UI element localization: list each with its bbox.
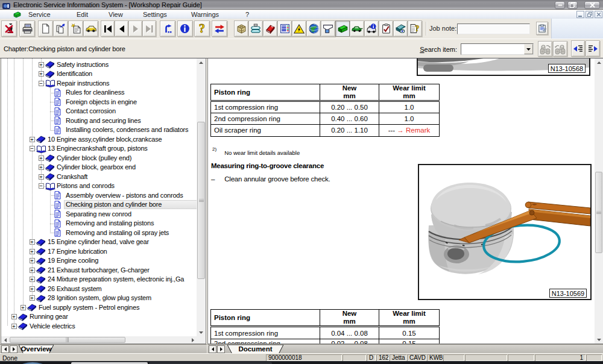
tree-item[interactable]: Separating new conrod [65,209,133,219]
tree-vertical-scrollbar[interactable] [197,58,206,336]
tree-item[interactable]: 21 Exhaust turbocharger, G-charger [46,265,151,275]
scroll-down-icon[interactable] [595,336,603,344]
maximize-button[interactable] [567,1,578,9]
tab-scroll-right-button[interactable] [10,345,17,353]
menu-item-settings[interactable]: Settings [143,10,167,19]
tree-item-label[interactable]: Cylinder block, gearbox end [55,163,137,171]
tree-item[interactable]: Assembly overview - pistons and conrods [65,190,185,200]
tree-collapse-button[interactable]: − [30,146,35,151]
nav-previous-button[interactable] [115,20,128,37]
print-button[interactable] [19,20,35,37]
tree-item-label[interactable]: 19 Engine cooling [46,257,99,265]
tree-item[interactable]: Contact corrosion [65,107,117,116]
scroll-up-icon[interactable] [595,58,603,66]
green-car-button[interactable] [350,20,364,37]
tree-item[interactable]: 26 Exhaust system [46,284,103,293]
tree-item-label[interactable]: 24 Mixture preparation system, electroni… [46,275,185,283]
tree-item-label[interactable]: Cylinder block (pulley end) [55,154,133,162]
scroll-down-icon[interactable] [197,328,206,336]
tree-scrollbar-thumb[interactable] [197,122,205,279]
combo-dropdown-button[interactable] [524,44,533,54]
tree-expand-button[interactable]: + [11,314,17,319]
tab-document[interactable]: Document [227,345,283,354]
scroll-up-icon[interactable] [197,58,206,66]
tree-item[interactable]: Rules for cleanliness [65,88,125,98]
mdi-restore-button[interactable] [586,11,593,18]
tree-item-label[interactable]: Contact corrosion [65,107,117,115]
tree-item-label[interactable]: 21 Exhaust turbocharger, G-charger [46,266,151,274]
tree-expand-button[interactable]: + [30,286,35,292]
previous-document-button[interactable] [571,40,585,57]
tree-item-label[interactable]: 10 Engine assy,cylinder block,crankcase [46,136,163,143]
tree-item-label[interactable]: 26 Exhaust system [46,285,103,293]
mdi-close-button[interactable] [595,11,602,18]
minimize-button[interactable] [555,1,565,9]
tree-item[interactable]: Fuel supply system - Petrol engines [37,303,140,312]
list-document-button[interactable] [277,20,292,37]
tree-item-label[interactable]: Running gear [28,313,69,321]
tree-item-label[interactable]: Routing and securing lines [65,117,142,125]
tree-item-label[interactable]: Fuel supply system - Petrol engines [37,304,140,312]
scroll-right-icon[interactable] [189,336,197,344]
tree-item[interactable]: Running gear [28,312,69,322]
help-button[interactable]: ? [194,20,210,37]
tree-expand-button[interactable]: + [30,295,35,301]
tree-expand-button[interactable]: + [30,258,35,263]
tree-item-label[interactable]: Separating new conrod [65,210,133,218]
tree-item-label[interactable]: Identification [55,70,93,78]
tree-item-label[interactable]: Assembly overview - pistons and conrods [65,192,185,199]
package-button[interactable] [234,20,248,37]
new-document-button[interactable] [38,20,53,37]
toolbox-button[interactable] [335,20,350,37]
red-book-button[interactable] [263,20,277,37]
menu-item-service[interactable]: Service [28,10,51,19]
tree-horizontal-scrollbar[interactable] [1,336,197,344]
tree-item-label[interactable]: Rules for cleanliness [65,89,125,96]
scroll-left-icon[interactable] [1,336,9,344]
tree-item[interactable]: Repair instructions [55,78,110,88]
tree-item-label[interactable]: Checking piston and cylinder bore [65,201,197,209]
menu-item-view[interactable]: View [109,10,123,19]
tree-item[interactable]: 19 Engine cooling [46,256,99,266]
tree-item-label[interactable]: Installing coolers, condensers and radia… [65,126,189,134]
vehicle-button[interactable] [83,20,98,37]
tree-item[interactable]: Safety instructions [55,60,110,69]
exit-button[interactable] [1,20,17,37]
swap-button[interactable] [212,20,227,37]
job-note-input[interactable] [457,24,530,34]
tree-expand-button[interactable]: + [11,324,17,329]
tree-item-label[interactable]: 13 Enginecrankshaft group, pistons [46,145,149,152]
tree-item-label[interactable]: Safety instructions [55,61,110,69]
close-button[interactable] [584,1,600,9]
tree-item-label[interactable]: Foreign objects in engine [65,98,138,106]
tree-expand-button[interactable]: + [39,165,44,170]
warning-button[interactable] [292,20,306,37]
tree-expand-button[interactable]: + [39,62,44,67]
search-item-combobox[interactable] [461,43,534,55]
tree-expand-button[interactable]: + [30,268,35,273]
tree-expand-button[interactable]: + [30,249,35,254]
tree-item[interactable]: 15 Engine cylinder head, valve gear [46,237,150,247]
info-button[interactable] [177,20,193,37]
card-eye-button[interactable] [393,20,408,37]
window-flag-button[interactable] [321,20,335,37]
tree-expand-button[interactable]: + [39,155,44,161]
menu-item-help[interactable]: ? [245,10,249,19]
tree-item-label[interactable]: Pistons and conrods [55,182,116,190]
tree-item-label[interactable]: 28 Ignition system, glow plug system [46,294,153,302]
tree-expand-button[interactable]: + [30,239,35,245]
return-button[interactable] [160,20,175,37]
menu-item-warnings[interactable]: Warnings [191,10,219,19]
tree-hscrollbar-thumb[interactable] [10,337,125,343]
copy-document-button[interactable] [53,20,68,37]
tree-item[interactable]: 24 Mixture preparation system, electroni… [46,275,185,284]
tab-scroll-right-button[interactable] [217,345,225,353]
menu-item-edit[interactable]: Edit [77,10,88,19]
document-vertical-scrollbar[interactable] [595,58,603,344]
tree-item[interactable]: Removing and instaling pistons [65,219,155,228]
spool-button[interactable] [248,20,263,37]
tree-item-label[interactable]: 15 Engine cylinder head, valve gear [46,238,150,246]
tree-expand-button[interactable]: + [30,277,35,282]
tab-scroll-left-button[interactable] [209,345,216,353]
car-info-button[interactable] [364,20,379,37]
